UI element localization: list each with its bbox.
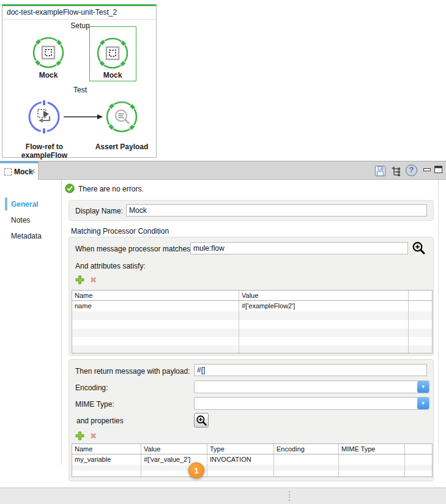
cell-extra xyxy=(405,454,432,465)
mime-combo[interactable]: ▾ xyxy=(194,397,429,410)
mime-label: MIME Type: xyxy=(75,400,114,409)
attributes-table: Name Value name #['exampleFlow2'] xyxy=(72,290,433,354)
sash-grip-handle[interactable] xyxy=(289,491,291,501)
tab-close-icon[interactable]: ✕ xyxy=(30,168,35,176)
table-row[interactable]: my_variable #['var_value_2'] INVOCATION xyxy=(72,454,432,465)
mock-icon xyxy=(95,36,130,70)
empty-row xyxy=(72,320,432,328)
col-name[interactable]: Name xyxy=(72,291,239,300)
display-name-group: Display Name: xyxy=(69,200,434,221)
mock2-node-label: Mock xyxy=(95,71,130,80)
cell-extra xyxy=(409,301,432,311)
cell-value[interactable]: #['exampleFlow2'] xyxy=(239,301,409,311)
flow-diagram: doc-test-exampleFlow-unit-Test_2 Setup M… xyxy=(2,4,157,158)
divider xyxy=(2,19,156,20)
flow-title: doc-test-exampleFlow-unit-Test_2 xyxy=(7,8,117,17)
assert-payload-node-icon[interactable] xyxy=(105,100,139,134)
col-mime[interactable]: MIME Type xyxy=(339,444,405,454)
encoding-label: Encoding: xyxy=(75,384,108,392)
col-extra xyxy=(405,444,432,454)
matches-input[interactable] xyxy=(190,242,408,254)
sidebar-divider xyxy=(61,180,62,465)
assert-node-label: Assert Payload xyxy=(91,143,152,151)
col-value[interactable]: Value xyxy=(141,444,207,454)
table-header-row: Name Value xyxy=(72,291,432,301)
tab-mock[interactable]: Mock ✕ xyxy=(0,161,39,180)
mock2-node-icon[interactable] xyxy=(95,36,130,70)
section-title: Matching Processor Condition xyxy=(71,227,169,235)
col-value[interactable]: Value xyxy=(239,291,409,300)
cell-mime[interactable] xyxy=(339,454,405,465)
flow-ref-icon xyxy=(27,100,61,134)
cell-name[interactable]: my_variable xyxy=(72,454,141,465)
empty-row xyxy=(72,346,432,353)
mock-tab-icon xyxy=(4,168,12,176)
sidebar-item-notes[interactable]: Notes xyxy=(11,216,30,224)
save-icon[interactable] xyxy=(374,165,386,177)
cell-name[interactable]: name xyxy=(72,301,239,311)
flowref-node-icon[interactable] xyxy=(27,100,61,134)
properties-view: Mock ✕ ? General Notes xyxy=(0,161,446,487)
delete-row-icon[interactable] xyxy=(89,432,97,440)
chevron-down-icon[interactable]: ▾ xyxy=(417,398,429,409)
payload-label: Then return message with payload: xyxy=(75,367,190,376)
empty-row xyxy=(72,328,432,337)
mock1-node-icon[interactable] xyxy=(31,35,65,70)
no-errors-check-icon xyxy=(65,183,75,193)
cell-encoding[interactable] xyxy=(274,454,339,465)
zoom-search-icon xyxy=(196,415,207,426)
display-name-label: Display Name: xyxy=(75,207,123,215)
sidebar-item-general[interactable]: General xyxy=(11,200,39,209)
empty-row xyxy=(72,311,432,320)
mock1-node-label: Mock xyxy=(31,71,65,80)
col-type[interactable]: Type xyxy=(207,444,274,454)
col-extra xyxy=(409,291,432,300)
help-icon[interactable]: ? xyxy=(406,165,417,176)
display-name-input[interactable] xyxy=(126,204,427,217)
table-header-row: Name Value Type Encoding MIME Type xyxy=(72,444,432,454)
zoom-search-icon[interactable] xyxy=(412,241,426,255)
annotation-badge: 1 xyxy=(188,462,204,478)
return-message-group: Then return message with payload: Encodi… xyxy=(69,359,434,481)
content-right-edge xyxy=(438,180,439,465)
maximize-icon[interactable] xyxy=(434,166,442,173)
tab-bar: Mock ✕ ? xyxy=(0,161,446,180)
add-row-icon[interactable] xyxy=(75,275,84,284)
sidebar-item-metadata[interactable]: Metadata xyxy=(11,232,42,240)
chevron-down-icon[interactable]: ▾ xyxy=(417,381,429,393)
matching-condition-group: When message processor matches: And attr… xyxy=(69,237,434,356)
status-bar xyxy=(0,487,446,504)
col-name[interactable]: Name xyxy=(72,444,141,454)
empty-row xyxy=(72,465,432,471)
mock-icon xyxy=(31,35,65,70)
empty-row xyxy=(72,471,432,476)
connector-arrow xyxy=(64,114,103,120)
active-item-accent xyxy=(5,198,7,210)
add-row-icon[interactable] xyxy=(75,431,84,440)
col-encoding[interactable]: Encoding xyxy=(274,444,339,454)
properties-zoom-button[interactable] xyxy=(194,413,209,428)
test-group-label: Test xyxy=(56,86,105,94)
matches-label: When message processor matches: xyxy=(75,245,192,253)
payload-input[interactable] xyxy=(194,364,427,376)
flowref-node-label: Flow-ref to exampleFlow xyxy=(10,143,79,160)
empty-row xyxy=(72,337,432,346)
properties-content: General Notes Metadata There are no erro… xyxy=(0,180,446,468)
assert-payload-icon xyxy=(105,100,139,134)
cell-type[interactable]: INVOCATION xyxy=(207,454,274,465)
delete-row-icon[interactable] xyxy=(89,276,97,284)
properties-table: Name Value Type Encoding MIME Type my_va… xyxy=(72,443,433,477)
properties-label: and properties xyxy=(76,417,124,425)
hierarchy-tree-icon[interactable] xyxy=(390,165,402,177)
minimize-icon[interactable] xyxy=(423,168,431,171)
encoding-combo[interactable]: ▾ xyxy=(194,380,429,393)
status-message: There are no errors. xyxy=(78,185,144,193)
table-row[interactable]: name #['exampleFlow2'] xyxy=(72,301,432,311)
attributes-label: And attributes satisfy: xyxy=(75,262,146,270)
